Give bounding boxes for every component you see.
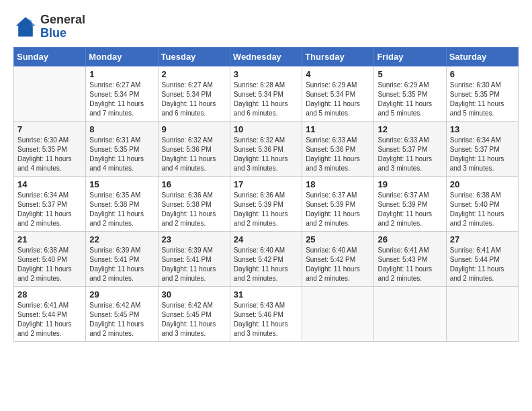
day-number: 16	[162, 179, 226, 189]
day-info: Sunrise: 6:37 AM Sunset: 5:39 PM Dayligh…	[378, 191, 442, 228]
day-info: Sunrise: 6:30 AM Sunset: 5:35 PM Dayligh…	[17, 136, 82, 173]
calendar-cell: 24Sunrise: 6:40 AM Sunset: 5:42 PM Dayli…	[230, 231, 302, 286]
day-number: 1	[89, 69, 154, 79]
day-number: 13	[450, 124, 515, 134]
day-number: 15	[89, 179, 154, 189]
calendar-cell: 30Sunrise: 6:42 AM Sunset: 5:45 PM Dayli…	[158, 286, 230, 341]
day-header-monday: Monday	[86, 47, 158, 66]
day-info: Sunrise: 6:32 AM Sunset: 5:36 PM Dayligh…	[234, 136, 298, 173]
calendar-week-3: 14Sunrise: 6:34 AM Sunset: 5:37 PM Dayli…	[14, 176, 519, 231]
day-number: 12	[378, 124, 442, 134]
day-info: Sunrise: 6:43 AM Sunset: 5:46 PM Dayligh…	[234, 301, 298, 338]
calendar-cell: 20Sunrise: 6:38 AM Sunset: 5:40 PM Dayli…	[446, 176, 518, 231]
day-info: Sunrise: 6:40 AM Sunset: 5:42 PM Dayligh…	[306, 246, 370, 283]
logo: General Blue	[13, 13, 85, 40]
calendar-cell: 5Sunrise: 6:29 AM Sunset: 5:35 PM Daylig…	[374, 66, 446, 121]
day-number: 14	[17, 179, 82, 189]
day-info: Sunrise: 6:40 AM Sunset: 5:42 PM Dayligh…	[234, 246, 298, 283]
calendar-cell	[374, 286, 446, 341]
day-header-tuesday: Tuesday	[158, 47, 230, 66]
day-header-thursday: Thursday	[302, 47, 374, 66]
calendar-cell: 28Sunrise: 6:41 AM Sunset: 5:44 PM Dayli…	[14, 286, 86, 341]
calendar-cell: 15Sunrise: 6:35 AM Sunset: 5:38 PM Dayli…	[86, 176, 158, 231]
page-header: General Blue	[13, 13, 519, 40]
day-number: 27	[450, 234, 515, 244]
calendar-cell: 26Sunrise: 6:41 AM Sunset: 5:43 PM Dayli…	[374, 231, 446, 286]
day-number: 8	[89, 124, 154, 134]
logo-icon	[13, 15, 38, 39]
day-number: 9	[162, 124, 226, 134]
day-number: 23	[162, 234, 226, 244]
calendar-week-4: 21Sunrise: 6:38 AM Sunset: 5:40 PM Dayli…	[14, 231, 519, 286]
calendar-cell: 1Sunrise: 6:27 AM Sunset: 5:34 PM Daylig…	[86, 66, 158, 121]
day-info: Sunrise: 6:29 AM Sunset: 5:34 PM Dayligh…	[306, 81, 370, 118]
day-number: 18	[306, 179, 370, 189]
day-info: Sunrise: 6:36 AM Sunset: 5:39 PM Dayligh…	[234, 191, 298, 228]
calendar-cell: 6Sunrise: 6:30 AM Sunset: 5:35 PM Daylig…	[446, 66, 518, 121]
day-number: 29	[89, 289, 154, 300]
day-info: Sunrise: 6:39 AM Sunset: 5:41 PM Dayligh…	[89, 246, 154, 283]
day-number: 2	[162, 69, 226, 79]
calendar-cell: 29Sunrise: 6:42 AM Sunset: 5:45 PM Dayli…	[86, 286, 158, 341]
day-info: Sunrise: 6:32 AM Sunset: 5:36 PM Dayligh…	[162, 136, 226, 173]
day-number: 5	[378, 69, 442, 79]
day-number: 10	[234, 124, 298, 134]
day-header-sunday: Sunday	[14, 47, 86, 66]
calendar-cell: 14Sunrise: 6:34 AM Sunset: 5:37 PM Dayli…	[14, 176, 86, 231]
day-number: 26	[378, 234, 442, 244]
day-info: Sunrise: 6:36 AM Sunset: 5:38 PM Dayligh…	[162, 191, 226, 228]
day-info: Sunrise: 6:31 AM Sunset: 5:35 PM Dayligh…	[89, 136, 154, 173]
calendar-cell	[14, 66, 86, 121]
day-info: Sunrise: 6:27 AM Sunset: 5:34 PM Dayligh…	[162, 81, 226, 118]
calendar-cell: 3Sunrise: 6:28 AM Sunset: 5:34 PM Daylig…	[230, 66, 302, 121]
day-number: 4	[306, 69, 370, 79]
calendar-cell: 27Sunrise: 6:41 AM Sunset: 5:44 PM Dayli…	[446, 231, 518, 286]
day-info: Sunrise: 6:42 AM Sunset: 5:45 PM Dayligh…	[162, 301, 226, 338]
day-info: Sunrise: 6:37 AM Sunset: 5:39 PM Dayligh…	[306, 191, 370, 228]
day-number: 22	[89, 234, 154, 244]
day-info: Sunrise: 6:39 AM Sunset: 5:41 PM Dayligh…	[162, 246, 226, 283]
day-info: Sunrise: 6:28 AM Sunset: 5:34 PM Dayligh…	[234, 81, 298, 118]
calendar-cell: 21Sunrise: 6:38 AM Sunset: 5:40 PM Dayli…	[14, 231, 86, 286]
day-number: 24	[234, 234, 298, 244]
calendar-cell: 31Sunrise: 6:43 AM Sunset: 5:46 PM Dayli…	[230, 286, 302, 341]
day-number: 21	[17, 234, 82, 244]
day-number: 19	[378, 179, 442, 189]
day-info: Sunrise: 6:33 AM Sunset: 5:36 PM Dayligh…	[306, 136, 370, 173]
day-number: 31	[234, 289, 298, 300]
svg-marker-0	[16, 17, 36, 36]
calendar-cell: 7Sunrise: 6:30 AM Sunset: 5:35 PM Daylig…	[14, 121, 86, 176]
day-number: 7	[17, 124, 82, 134]
day-info: Sunrise: 6:41 AM Sunset: 5:44 PM Dayligh…	[17, 301, 82, 338]
calendar-header-row: SundayMondayTuesdayWednesdayThursdayFrid…	[14, 47, 519, 66]
day-number: 11	[306, 124, 370, 134]
day-header-saturday: Saturday	[446, 47, 518, 66]
day-info: Sunrise: 6:34 AM Sunset: 5:37 PM Dayligh…	[450, 136, 515, 173]
day-info: Sunrise: 6:41 AM Sunset: 5:44 PM Dayligh…	[450, 246, 515, 283]
calendar-table: SundayMondayTuesdayWednesdayThursdayFrid…	[13, 47, 519, 342]
calendar-cell: 16Sunrise: 6:36 AM Sunset: 5:38 PM Dayli…	[158, 176, 230, 231]
day-number: 6	[450, 69, 515, 79]
day-info: Sunrise: 6:29 AM Sunset: 5:35 PM Dayligh…	[378, 81, 442, 118]
day-info: Sunrise: 6:34 AM Sunset: 5:37 PM Dayligh…	[17, 191, 82, 228]
day-info: Sunrise: 6:33 AM Sunset: 5:37 PM Dayligh…	[378, 136, 442, 173]
day-header-wednesday: Wednesday	[230, 47, 302, 66]
calendar-cell	[302, 286, 374, 341]
calendar-cell: 4Sunrise: 6:29 AM Sunset: 5:34 PM Daylig…	[302, 66, 374, 121]
day-header-friday: Friday	[374, 47, 446, 66]
calendar-cell: 11Sunrise: 6:33 AM Sunset: 5:36 PM Dayli…	[302, 121, 374, 176]
calendar-cell: 18Sunrise: 6:37 AM Sunset: 5:39 PM Dayli…	[302, 176, 374, 231]
day-info: Sunrise: 6:42 AM Sunset: 5:45 PM Dayligh…	[89, 301, 154, 338]
calendar-week-1: 1Sunrise: 6:27 AM Sunset: 5:34 PM Daylig…	[14, 66, 519, 121]
day-info: Sunrise: 6:27 AM Sunset: 5:34 PM Dayligh…	[89, 81, 154, 118]
day-info: Sunrise: 6:38 AM Sunset: 5:40 PM Dayligh…	[450, 191, 515, 228]
day-number: 17	[234, 179, 298, 189]
day-number: 30	[162, 289, 226, 300]
calendar-cell: 17Sunrise: 6:36 AM Sunset: 5:39 PM Dayli…	[230, 176, 302, 231]
calendar-cell: 2Sunrise: 6:27 AM Sunset: 5:34 PM Daylig…	[158, 66, 230, 121]
calendar-week-5: 28Sunrise: 6:41 AM Sunset: 5:44 PM Dayli…	[14, 286, 519, 341]
calendar-cell: 10Sunrise: 6:32 AM Sunset: 5:36 PM Dayli…	[230, 121, 302, 176]
calendar-week-2: 7Sunrise: 6:30 AM Sunset: 5:35 PM Daylig…	[14, 121, 519, 176]
calendar-cell: 9Sunrise: 6:32 AM Sunset: 5:36 PM Daylig…	[158, 121, 230, 176]
day-info: Sunrise: 6:38 AM Sunset: 5:40 PM Dayligh…	[17, 246, 82, 283]
